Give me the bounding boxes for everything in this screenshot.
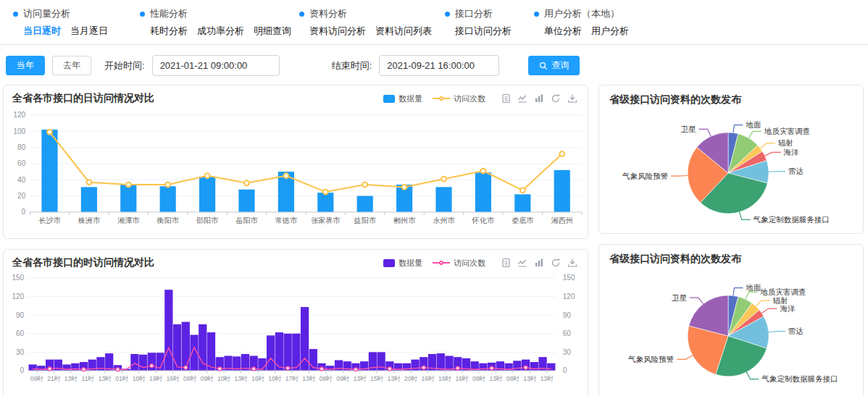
bar-swatch-icon xyxy=(383,95,395,103)
svg-text:20: 20 xyxy=(17,192,26,200)
bullet-icon xyxy=(299,12,304,17)
daily-access-chart-panel: 全省各市接口的日访问情况对比 数据量 访问次数 xyxy=(3,85,588,239)
svg-text:11时: 11时 xyxy=(82,375,95,382)
this-year-button[interactable]: 当年 xyxy=(6,56,45,75)
svg-text:地质灾害调查: 地质灾害调查 xyxy=(760,287,806,296)
svg-text:13时: 13时 xyxy=(302,375,316,382)
svg-text:17时: 17时 xyxy=(285,375,299,382)
svg-text:0: 0 xyxy=(22,208,26,216)
download-icon[interactable] xyxy=(567,93,577,104)
hourly-access-chart-panel: 全省各市接口的时访问情况对比 数据量 访问次数 xyxy=(3,249,588,396)
bullet-icon xyxy=(140,12,145,17)
nav-item-data-access-analysis[interactable]: 资料访问分析 xyxy=(309,25,366,38)
svg-text:张家界市: 张家界市 xyxy=(311,216,341,224)
refresh-icon[interactable] xyxy=(551,93,561,104)
nav-item-success-rate[interactable]: 成功率分析 xyxy=(197,25,244,38)
chart-title: 全省各市接口的日访问情况对比 xyxy=(12,92,154,105)
svg-text:气象定制数据服务接口: 气象定制数据服务接口 xyxy=(753,215,830,224)
svg-text:海洋: 海洋 xyxy=(780,304,796,313)
nav-group-title: 资料分析 xyxy=(309,7,347,20)
pie-title: 省级接口访问资料的次数发布 xyxy=(609,93,741,105)
svg-text:150: 150 xyxy=(12,274,24,282)
svg-text:16时: 16时 xyxy=(438,375,452,382)
svg-text:60: 60 xyxy=(563,329,572,337)
right-column: 省级接口访问资料的次数发布 地面地质灾害调查辐射海洋雷达气象定制数据服务接口气象… xyxy=(598,85,864,396)
filter-bar: 当年 去年 开始时间: 结束时间: 查询 xyxy=(0,45,868,83)
chart-legend: 数据量 访问次数 xyxy=(383,93,485,104)
svg-text:150: 150 xyxy=(563,274,575,282)
svg-text:40: 40 xyxy=(17,176,26,184)
legend-item-line[interactable]: 访问次数 xyxy=(433,258,485,269)
bar-swatch-icon xyxy=(383,259,395,267)
svg-text:卫星: 卫星 xyxy=(672,293,688,302)
nav-item-time-cost[interactable]: 耗时分析 xyxy=(150,25,188,38)
svg-text:雷达: 雷达 xyxy=(788,167,804,175)
svg-text:地质灾害调查: 地质灾害调查 xyxy=(764,127,810,135)
search-button[interactable]: 查询 xyxy=(528,56,580,75)
svg-text:08时: 08时 xyxy=(506,375,520,382)
legend-item-bar[interactable]: 数据量 xyxy=(383,93,422,104)
data-view-icon[interactable] xyxy=(501,258,511,268)
svg-text:120: 120 xyxy=(12,292,24,300)
svg-text:气象风险预警: 气象风险预警 xyxy=(627,355,674,363)
legend-item-bar[interactable]: 数据量 xyxy=(383,258,422,269)
bar-chart-icon[interactable] xyxy=(534,93,544,104)
bullet-icon xyxy=(445,12,450,17)
nav-group-users: 用户分析（本地） 单位分析 用户分析 xyxy=(534,7,629,38)
line-swatch-icon xyxy=(433,98,450,99)
svg-text:邵阳市: 邵阳市 xyxy=(196,216,219,224)
bullet-icon xyxy=(534,12,539,17)
start-time-label: 开始时间: xyxy=(104,59,145,72)
svg-text:90: 90 xyxy=(563,311,572,319)
data-view-icon[interactable] xyxy=(501,93,511,104)
svg-text:08时: 08时 xyxy=(320,375,333,382)
line-chart-icon[interactable] xyxy=(517,93,527,104)
magnifier-icon xyxy=(539,62,548,70)
nav-item-data-access-list[interactable]: 资料访问列表 xyxy=(375,25,432,38)
svg-text:卫星: 卫星 xyxy=(680,125,696,133)
line-chart-icon[interactable] xyxy=(517,258,527,268)
nav-item-user-analysis[interactable]: 用户分析 xyxy=(591,25,629,38)
svg-text:湘西州: 湘西州 xyxy=(551,216,573,224)
svg-text:气象定制数据服务接口: 气象定制数据服务接口 xyxy=(761,374,838,383)
svg-text:16时: 16时 xyxy=(455,375,469,382)
svg-text:13时: 13时 xyxy=(388,375,401,382)
svg-text:13时: 13时 xyxy=(234,375,248,382)
download-icon[interactable] xyxy=(567,258,577,268)
svg-text:常德市: 常德市 xyxy=(275,216,298,224)
nav-item-interface-access[interactable]: 接口访问分析 xyxy=(455,25,512,38)
last-year-button[interactable]: 去年 xyxy=(52,56,91,75)
chart-legend: 数据量 访问次数 xyxy=(383,258,485,269)
svg-text:20时: 20时 xyxy=(404,375,418,382)
svg-text:永州市: 永州市 xyxy=(433,216,455,224)
province-pie-panel-1: 省级接口访问资料的次数发布 地面地质灾害调查辐射海洋雷达气象定制数据服务接口气象… xyxy=(598,85,864,234)
chart-title: 全省各市接口的时访问情况对比 xyxy=(12,256,154,269)
refresh-icon[interactable] xyxy=(551,258,561,268)
svg-text:长沙市: 长沙市 xyxy=(38,216,61,224)
svg-text:地面: 地面 xyxy=(745,283,761,292)
nav-item-daily-month[interactable]: 当月逐日 xyxy=(70,25,108,38)
nav-group-performance: 性能分析 耗时分析 成功率分析 明细查询 xyxy=(140,7,299,38)
svg-text:90: 90 xyxy=(16,311,25,319)
nav-group-interface: 接口分析 接口访问分析 xyxy=(445,7,534,38)
bullet-icon xyxy=(13,12,18,17)
bar-chart-icon[interactable] xyxy=(534,258,544,268)
nav-item-hourly-today[interactable]: 当日逐时 xyxy=(23,25,61,38)
svg-text:01时: 01时 xyxy=(115,375,129,382)
province-pie-panel-2: 省级接口访问资料的次数发布 地面地质灾害调查辐射海洋雷达气象定制数据服务接口气象… xyxy=(598,244,864,396)
svg-text:0: 0 xyxy=(563,367,567,375)
nav-group-title: 接口分析 xyxy=(455,7,493,20)
start-time-input[interactable] xyxy=(152,55,280,76)
end-time-input[interactable] xyxy=(379,55,499,76)
svg-text:辐射: 辐射 xyxy=(778,138,793,147)
chart-toolbox xyxy=(501,93,577,104)
nav-item-unit-analysis[interactable]: 单位分析 xyxy=(544,25,582,38)
svg-text:13时: 13时 xyxy=(541,375,554,382)
svg-text:雷达: 雷达 xyxy=(788,327,804,335)
legend-item-line[interactable]: 访问次数 xyxy=(433,93,485,104)
nav-group-title: 用户分析（本地） xyxy=(544,7,619,20)
svg-text:怀化市: 怀化市 xyxy=(472,216,495,224)
svg-text:60: 60 xyxy=(16,329,25,337)
nav-item-detail-query[interactable]: 明细查询 xyxy=(254,25,291,38)
svg-text:100: 100 xyxy=(13,127,25,135)
